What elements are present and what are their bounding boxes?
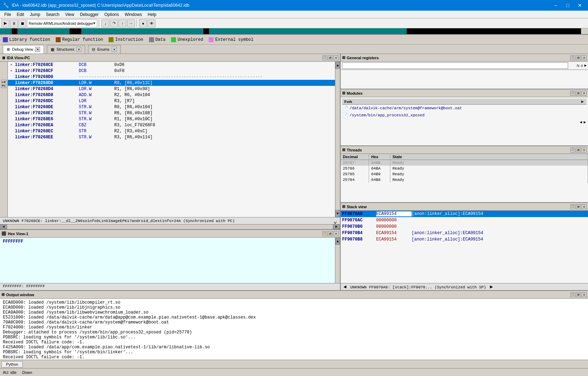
code-row-F70268DC[interactable]: linker:F70268DC LDR R3, [R7] bbox=[8, 98, 335, 104]
stop-button[interactable]: ⏹ bbox=[18, 20, 26, 27]
output-window-icon: ⊞ bbox=[1, 292, 5, 297]
stack-row-4[interactable]: FF9070B8 ECA99154 [anon:linker_alloc]:EC… bbox=[341, 236, 588, 243]
scroll-right[interactable]: ► bbox=[333, 225, 340, 229]
modules-scroll-left[interactable]: ◄ bbox=[580, 120, 582, 125]
navigation-progress[interactable] bbox=[0, 28, 581, 34]
scroll-up[interactable]: ▲ bbox=[335, 62, 340, 69]
watch-btn[interactable]: 👁 bbox=[148, 20, 155, 27]
hex-scrollbar[interactable]: ▲ bbox=[335, 238, 340, 283]
thread-row-1[interactable]: 25786 64BA Ready bbox=[341, 166, 588, 171]
code-row-F70268CF[interactable]: • linker:F70268CF DCB 0xF8 bbox=[8, 68, 335, 74]
thread-row-3[interactable]: 25784 64B8 Ready bbox=[341, 177, 588, 183]
gen-reg-float[interactable]: ⊞ bbox=[576, 55, 581, 60]
minimize-button[interactable]: − bbox=[550, 1, 561, 10]
tab-structures-close[interactable]: ✕ bbox=[76, 47, 81, 52]
hex-content[interactable]: FFFFFFFF bbox=[0, 238, 335, 283]
breakpoint-btn[interactable]: ● bbox=[139, 20, 147, 27]
threads-float[interactable]: ⊞ bbox=[576, 148, 581, 153]
python-tab[interactable]: Python bbox=[1, 361, 23, 367]
nav-scrollbar[interactable] bbox=[581, 28, 588, 34]
code-hscrollbar[interactable]: ◄ ► bbox=[0, 224, 340, 229]
stack-float[interactable]: ⊞ bbox=[576, 204, 581, 209]
menu-file[interactable]: File bbox=[1, 11, 14, 18]
play-button[interactable]: ▶ bbox=[1, 20, 9, 27]
code-row-F70268D4[interactable]: linker:F70268D4 LDR.W R1, [R6,#0x98] bbox=[8, 86, 335, 92]
hex-view-float[interactable]: ⊞ bbox=[328, 231, 333, 236]
scroll-left[interactable]: ◄ bbox=[0, 225, 7, 229]
code-row-F70268EE[interactable]: linker:F70268EE STR.W R3, [R6,#0x114] bbox=[8, 134, 335, 140]
tab-debug-view-close[interactable]: ✕ bbox=[35, 47, 40, 52]
code-status-expand[interactable]: ⌄ bbox=[333, 217, 337, 225]
step-into[interactable]: ↓ bbox=[101, 20, 109, 27]
code-row-F70268D0-selected[interactable]: linker:F70268D0 LDR.W R0, [R6,#0x11C] bbox=[8, 80, 335, 86]
modules-close[interactable]: ✕ bbox=[582, 91, 587, 96]
code-row-F70268D8[interactable]: linker:F70268D8 ADD.W R2, R6, #0x104 bbox=[8, 92, 335, 98]
code-row-F70268E6[interactable]: linker:F70268E6 STR.W R1, [R6,#0x10C] bbox=[8, 116, 335, 122]
stack-row-3[interactable]: FF9070B4 ECA99154 [anon:linker_alloc]:EC… bbox=[341, 230, 588, 236]
modules-expand[interactable]: ► bbox=[581, 99, 584, 104]
code-row-F70268E2[interactable]: linker:F70268E2 STR.W R6, [R6,#0x108] bbox=[8, 110, 335, 116]
menu-debugger[interactable]: Debugger bbox=[77, 11, 101, 18]
run-to-cursor[interactable]: → bbox=[127, 20, 135, 27]
output-content[interactable]: ECA8D000: loaded /system/lib/libcompiler… bbox=[0, 299, 588, 360]
code-row-F70268CE-1[interactable]: • linker:F70268CE DCB 0xD6 bbox=[8, 62, 335, 68]
tab-enums[interactable]: ⊟ Enums ✕ bbox=[88, 45, 120, 54]
ida-view-float[interactable]: ⊞ bbox=[328, 55, 333, 60]
pause-button[interactable]: ⏸ bbox=[10, 20, 18, 27]
modules-float[interactable]: ⊞ bbox=[576, 91, 581, 96]
stack-row-1[interactable]: FF9070AC 00000000 bbox=[341, 217, 588, 223]
close-button[interactable]: ✕ bbox=[575, 1, 585, 10]
menu-windows[interactable]: Windows bbox=[122, 11, 145, 18]
stack-scroll-right[interactable]: ► bbox=[490, 284, 493, 290]
threads-restore[interactable]: □ bbox=[570, 148, 575, 153]
stack-restore[interactable]: □ bbox=[570, 204, 575, 209]
code-scrollbar[interactable]: ▲ ▼ bbox=[335, 62, 340, 217]
debugger-dropdown[interactable]: Remote ARMLinux/Android debugger ▾ bbox=[27, 20, 97, 27]
thread-row-2[interactable]: 25785 64B9 Ready bbox=[341, 171, 588, 177]
tab-enums-close[interactable]: ✕ bbox=[112, 47, 117, 52]
window-controls[interactable]: − □ ✕ bbox=[550, 1, 585, 10]
menu-view[interactable]: View bbox=[62, 11, 77, 18]
tab-debug-view[interactable]: ⊞ Debug View ✕ bbox=[3, 45, 44, 54]
menu-options[interactable]: Options bbox=[101, 11, 122, 18]
ida-view-close[interactable]: ✕ bbox=[334, 55, 339, 60]
hex-view-restore[interactable]: □ bbox=[322, 231, 327, 236]
gen-reg-close[interactable]: ✕ bbox=[582, 55, 587, 60]
menu-edit[interactable]: Edit bbox=[14, 11, 27, 18]
code-row-F70268DE[interactable]: linker:F70268DE STR.W R0, [R6,#0x104] bbox=[8, 104, 335, 110]
tab-structures[interactable]: ▦ Structures ✕ bbox=[47, 45, 85, 54]
stack-close[interactable]: ✕ bbox=[582, 204, 587, 209]
menu-search[interactable]: Search bbox=[43, 11, 62, 18]
output-line-6: Debugger: attached to process /system/bi… bbox=[3, 330, 585, 335]
scroll-down[interactable]: ▼ bbox=[335, 210, 340, 217]
module-row-2[interactable]: 📄 /system/bin/app_process32_xposed bbox=[342, 112, 587, 119]
stack-row-0[interactable]: FF9070A8 ECA99154 [anon:linker_alloc]:EC… bbox=[341, 211, 588, 217]
gen-reg-restore[interactable]: □ bbox=[570, 55, 575, 60]
maximize-button[interactable]: □ bbox=[562, 1, 573, 10]
reg-search-input[interactable] bbox=[342, 62, 568, 69]
step-out[interactable]: ↑ bbox=[119, 20, 126, 27]
menu-jump[interactable]: Jump bbox=[27, 11, 43, 18]
threads-close[interactable]: ✕ bbox=[582, 148, 587, 153]
scroll-track[interactable] bbox=[335, 69, 340, 210]
module-row-1[interactable]: 📄 /data/dalvik-cache/arm/system@framewor… bbox=[342, 105, 587, 112]
step-over[interactable]: ↷ bbox=[110, 20, 118, 27]
stack-scroll-left[interactable]: ◄ bbox=[344, 284, 346, 290]
hex-view-close[interactable]: ✕ bbox=[334, 231, 339, 236]
reg-nav-expand[interactable]: ► bbox=[584, 63, 587, 68]
code-view[interactable]: • linker:F70268CE DCB 0xD6 • linker:F702… bbox=[8, 62, 335, 217]
modules-restore[interactable]: □ bbox=[570, 91, 575, 96]
thread-state-3: Ready bbox=[390, 177, 588, 183]
output-restore[interactable]: □ bbox=[570, 292, 575, 297]
stack-row-2[interactable]: FF9070B0 00000000 bbox=[341, 223, 588, 230]
thread-row-truncated[interactable]: 25787 64BB Ready bbox=[341, 160, 588, 166]
modules-scroll-right[interactable]: ► bbox=[583, 120, 586, 125]
output-float[interactable]: ⊞ bbox=[576, 292, 581, 297]
hex-scroll-up[interactable]: ▲ bbox=[335, 238, 340, 245]
output-close[interactable]: ✕ bbox=[582, 292, 587, 297]
hscroll-track[interactable] bbox=[7, 225, 333, 229]
code-row-F70268EA[interactable]: linker:F70268EA CBZ R3, loc_F70268F8 bbox=[8, 122, 335, 128]
ida-view-restore[interactable]: □ bbox=[322, 55, 327, 60]
code-row-F70268EC[interactable]: linker:F70268EC STR R2, [R3,#0xC] bbox=[8, 128, 335, 134]
menu-help[interactable]: Help bbox=[145, 11, 159, 18]
